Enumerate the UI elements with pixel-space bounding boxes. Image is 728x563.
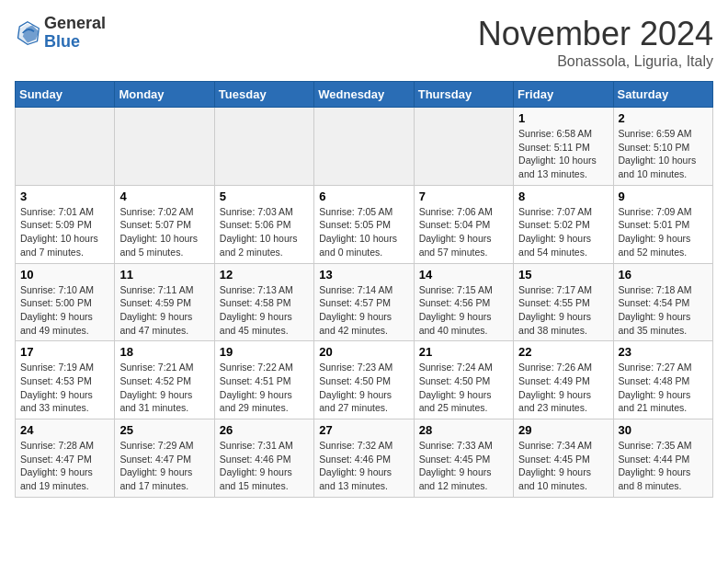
calendar-cell: 2Sunrise: 6:59 AM Sunset: 5:10 PM Daylig… bbox=[613, 108, 712, 186]
calendar-cell: 10Sunrise: 7:10 AM Sunset: 5:00 PM Dayli… bbox=[16, 263, 115, 341]
calendar-week-row: 24Sunrise: 7:28 AM Sunset: 4:47 PM Dayli… bbox=[16, 419, 713, 498]
calendar-week-row: 17Sunrise: 7:19 AM Sunset: 4:53 PM Dayli… bbox=[16, 341, 713, 419]
day-number: 9 bbox=[619, 190, 708, 203]
day-number: 18 bbox=[119, 345, 209, 359]
day-number: 4 bbox=[119, 190, 209, 203]
day-info: Sunrise: 7:11 AM Sunset: 4:59 PM Dayligh… bbox=[119, 283, 209, 338]
title-section: November 2024 Bonassola, Liguria, Italy bbox=[478, 15, 713, 70]
weekday-header-friday: Friday bbox=[514, 82, 613, 108]
calendar-table: SundayMondayTuesdayWednesdayThursdayFrid… bbox=[15, 81, 713, 498]
day-info: Sunrise: 7:06 AM Sunset: 5:04 PM Dayligh… bbox=[419, 205, 508, 259]
day-info: Sunrise: 7:15 AM Sunset: 4:56 PM Dayligh… bbox=[419, 283, 508, 338]
weekday-header-thursday: Thursday bbox=[414, 82, 513, 108]
day-number: 6 bbox=[319, 190, 408, 203]
calendar-cell: 7Sunrise: 7:06 AM Sunset: 5:04 PM Daylig… bbox=[414, 185, 513, 263]
day-info: Sunrise: 6:58 AM Sunset: 5:11 PM Dayligh… bbox=[518, 127, 608, 181]
location: Bonassola, Liguria, Italy bbox=[478, 53, 713, 70]
day-number: 28 bbox=[419, 423, 508, 437]
calendar-cell: 24Sunrise: 7:28 AM Sunset: 4:47 PM Dayli… bbox=[16, 419, 115, 498]
day-info: Sunrise: 7:35 AM Sunset: 4:44 PM Dayligh… bbox=[619, 439, 708, 493]
day-info: Sunrise: 7:01 AM Sunset: 5:09 PM Dayligh… bbox=[20, 205, 109, 259]
calendar-week-row: 3Sunrise: 7:01 AM Sunset: 5:09 PM Daylig… bbox=[16, 185, 713, 263]
day-number: 10 bbox=[20, 268, 109, 282]
calendar-cell: 9Sunrise: 7:09 AM Sunset: 5:01 PM Daylig… bbox=[613, 185, 712, 263]
calendar-cell: 28Sunrise: 7:33 AM Sunset: 4:45 PM Dayli… bbox=[414, 419, 513, 498]
calendar-cell: 8Sunrise: 7:07 AM Sunset: 5:02 PM Daylig… bbox=[514, 185, 613, 263]
calendar-cell: 17Sunrise: 7:19 AM Sunset: 4:53 PM Dayli… bbox=[16, 341, 115, 419]
day-info: Sunrise: 7:18 AM Sunset: 4:54 PM Dayligh… bbox=[619, 283, 708, 338]
day-info: Sunrise: 7:13 AM Sunset: 4:58 PM Dayligh… bbox=[220, 283, 309, 338]
calendar-cell: 26Sunrise: 7:31 AM Sunset: 4:46 PM Dayli… bbox=[214, 419, 313, 498]
calendar-cell: 29Sunrise: 7:34 AM Sunset: 4:45 PM Dayli… bbox=[514, 419, 613, 498]
calendar-cell: 4Sunrise: 7:02 AM Sunset: 5:07 PM Daylig… bbox=[115, 185, 214, 263]
day-number: 3 bbox=[20, 190, 109, 203]
day-info: Sunrise: 7:24 AM Sunset: 4:50 PM Dayligh… bbox=[419, 361, 508, 415]
day-number: 27 bbox=[319, 423, 408, 437]
calendar-cell: 11Sunrise: 7:11 AM Sunset: 4:59 PM Dayli… bbox=[115, 263, 214, 341]
day-number: 19 bbox=[220, 345, 309, 359]
weekday-header-row: SundayMondayTuesdayWednesdayThursdayFrid… bbox=[16, 82, 713, 108]
weekday-header-saturday: Saturday bbox=[613, 82, 712, 108]
day-info: Sunrise: 7:02 AM Sunset: 5:07 PM Dayligh… bbox=[119, 205, 209, 259]
day-info: Sunrise: 7:10 AM Sunset: 5:00 PM Dayligh… bbox=[20, 283, 109, 338]
calendar-cell: 23Sunrise: 7:27 AM Sunset: 4:48 PM Dayli… bbox=[613, 341, 712, 419]
day-info: Sunrise: 7:05 AM Sunset: 5:05 PM Dayligh… bbox=[319, 205, 408, 259]
day-number: 29 bbox=[518, 423, 608, 437]
calendar-cell: 22Sunrise: 7:26 AM Sunset: 4:49 PM Dayli… bbox=[514, 341, 613, 419]
day-info: Sunrise: 7:29 AM Sunset: 4:47 PM Dayligh… bbox=[119, 439, 209, 493]
day-info: Sunrise: 7:26 AM Sunset: 4:49 PM Dayligh… bbox=[518, 361, 608, 415]
day-info: Sunrise: 7:09 AM Sunset: 5:01 PM Dayligh… bbox=[619, 205, 708, 259]
day-info: Sunrise: 7:31 AM Sunset: 4:46 PM Dayligh… bbox=[220, 439, 309, 493]
day-number: 5 bbox=[220, 190, 309, 203]
logo-text: General Blue bbox=[44, 15, 106, 52]
weekday-header-tuesday: Tuesday bbox=[214, 82, 313, 108]
day-number: 11 bbox=[119, 268, 209, 282]
calendar-header: SundayMondayTuesdayWednesdayThursdayFrid… bbox=[16, 82, 713, 108]
calendar-cell: 5Sunrise: 7:03 AM Sunset: 5:06 PM Daylig… bbox=[214, 185, 313, 263]
day-number: 25 bbox=[119, 423, 209, 437]
calendar-week-row: 1Sunrise: 6:58 AM Sunset: 5:11 PM Daylig… bbox=[16, 108, 713, 186]
day-info: Sunrise: 7:17 AM Sunset: 4:55 PM Dayligh… bbox=[518, 283, 608, 338]
calendar-cell bbox=[414, 108, 513, 186]
day-info: Sunrise: 7:28 AM Sunset: 4:47 PM Dayligh… bbox=[20, 439, 109, 493]
generalblue-logo-icon bbox=[15, 20, 40, 46]
day-info: Sunrise: 7:21 AM Sunset: 4:52 PM Dayligh… bbox=[119, 361, 209, 415]
day-info: Sunrise: 7:34 AM Sunset: 4:45 PM Dayligh… bbox=[518, 439, 608, 493]
weekday-header-sunday: Sunday bbox=[16, 82, 115, 108]
day-number: 22 bbox=[518, 345, 608, 359]
calendar-cell bbox=[214, 108, 313, 186]
calendar-cell: 16Sunrise: 7:18 AM Sunset: 4:54 PM Dayli… bbox=[613, 263, 712, 341]
calendar-cell: 21Sunrise: 7:24 AM Sunset: 4:50 PM Dayli… bbox=[414, 341, 513, 419]
calendar-cell: 25Sunrise: 7:29 AM Sunset: 4:47 PM Dayli… bbox=[115, 419, 214, 498]
day-info: Sunrise: 7:14 AM Sunset: 4:57 PM Dayligh… bbox=[319, 283, 408, 338]
day-number: 20 bbox=[319, 345, 408, 359]
day-number: 17 bbox=[20, 345, 109, 359]
day-number: 30 bbox=[619, 423, 708, 437]
calendar-cell: 3Sunrise: 7:01 AM Sunset: 5:09 PM Daylig… bbox=[16, 185, 115, 263]
calendar-cell: 19Sunrise: 7:22 AM Sunset: 4:51 PM Dayli… bbox=[214, 341, 313, 419]
day-number: 7 bbox=[419, 190, 508, 203]
day-number: 14 bbox=[419, 268, 508, 282]
day-info: Sunrise: 6:59 AM Sunset: 5:10 PM Dayligh… bbox=[619, 127, 708, 181]
day-number: 21 bbox=[419, 345, 508, 359]
day-number: 15 bbox=[518, 268, 608, 282]
day-number: 1 bbox=[518, 111, 608, 125]
day-info: Sunrise: 7:03 AM Sunset: 5:06 PM Dayligh… bbox=[220, 205, 309, 259]
day-number: 16 bbox=[619, 268, 708, 282]
weekday-header-wednesday: Wednesday bbox=[314, 82, 414, 108]
day-number: 24 bbox=[20, 423, 109, 437]
day-info: Sunrise: 7:32 AM Sunset: 4:46 PM Dayligh… bbox=[319, 439, 408, 493]
calendar-cell: 1Sunrise: 6:58 AM Sunset: 5:11 PM Daylig… bbox=[514, 108, 613, 186]
day-info: Sunrise: 7:22 AM Sunset: 4:51 PM Dayligh… bbox=[220, 361, 309, 415]
day-info: Sunrise: 7:07 AM Sunset: 5:02 PM Dayligh… bbox=[518, 205, 608, 259]
calendar-cell: 14Sunrise: 7:15 AM Sunset: 4:56 PM Dayli… bbox=[414, 263, 513, 341]
day-number: 12 bbox=[220, 268, 309, 282]
calendar-week-row: 10Sunrise: 7:10 AM Sunset: 5:00 PM Dayli… bbox=[16, 263, 713, 341]
day-info: Sunrise: 7:23 AM Sunset: 4:50 PM Dayligh… bbox=[319, 361, 408, 415]
day-number: 2 bbox=[619, 111, 708, 125]
day-info: Sunrise: 7:19 AM Sunset: 4:53 PM Dayligh… bbox=[20, 361, 109, 415]
day-number: 26 bbox=[220, 423, 309, 437]
day-info: Sunrise: 7:33 AM Sunset: 4:45 PM Dayligh… bbox=[419, 439, 508, 493]
calendar-cell: 6Sunrise: 7:05 AM Sunset: 5:05 PM Daylig… bbox=[314, 185, 414, 263]
calendar-cell bbox=[16, 108, 115, 186]
